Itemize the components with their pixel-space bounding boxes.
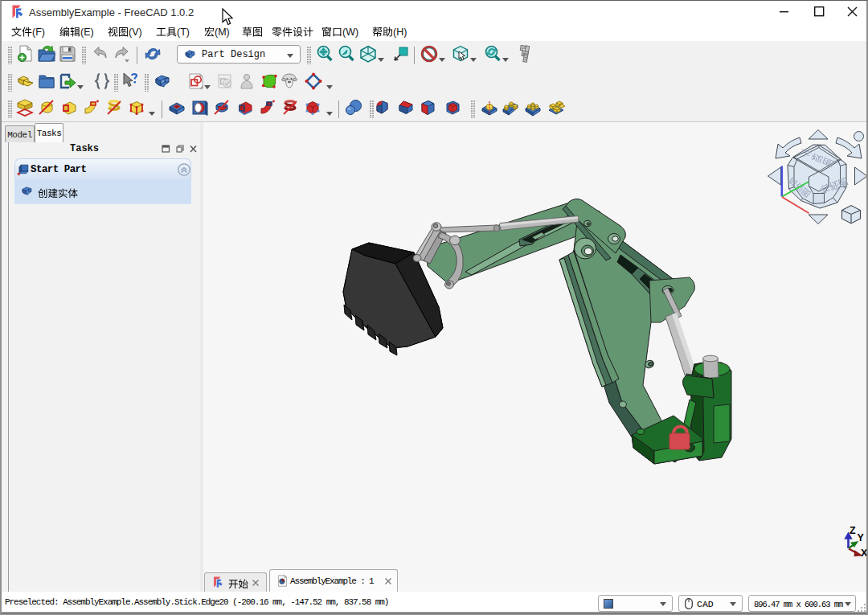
- svg-text:Z: Z: [850, 525, 856, 536]
- svg-text:X: X: [861, 547, 866, 559]
- svg-text:Y: Y: [858, 532, 865, 543]
